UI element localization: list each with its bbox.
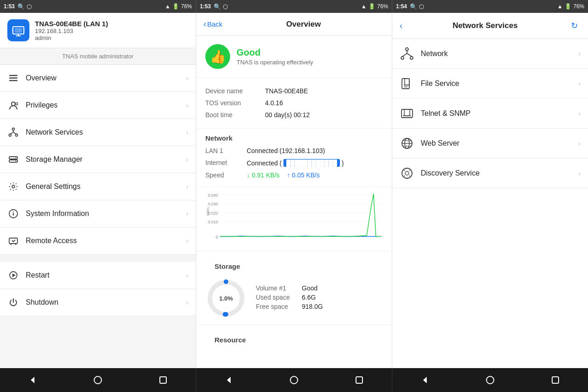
privileges-chevron: › xyxy=(186,102,188,109)
sidebar-item-storage-manager[interactable]: Storage Manager › xyxy=(0,146,196,173)
nav-list: Overview › Privileges › xyxy=(0,65,196,368)
device-header: TNAS-00E4BE (LAN 1) 192.168.1.103 admin xyxy=(0,13,196,48)
status-sub-text: TNAS is operating effectively xyxy=(237,59,313,66)
media-icon-left: ⬡ xyxy=(27,3,32,10)
device-info: TNAS-00E4BE (LAN 1) 192.168.1.103 admin xyxy=(35,20,108,41)
svg-rect-4 xyxy=(9,75,17,76)
overview-status-section: 👍 Good TNAS is operating effectively xyxy=(196,36,392,78)
svg-point-44 xyxy=(410,57,413,59)
svg-point-18 xyxy=(16,161,17,162)
network-section: Network LAN 1 Connected (192.168.1.103) … xyxy=(196,129,392,187)
sidebar-item-general-settings[interactable]: General Settings › xyxy=(0,173,196,200)
info-row-tos: TOS version 4.0.16 xyxy=(205,97,383,109)
file-service-icon xyxy=(400,76,414,91)
sidebar-item-system-information[interactable]: System Information › xyxy=(0,200,196,227)
sidebar-item-overview[interactable]: Overview › xyxy=(0,65,196,92)
svg-point-60 xyxy=(402,168,412,178)
back-nav-left[interactable] xyxy=(23,371,42,389)
service-item-telnet[interactable]: Telnet & SNMP › xyxy=(392,99,588,129)
boot-value: 00 day(s) 00:12 xyxy=(265,111,310,119)
svg-rect-64 xyxy=(160,377,166,383)
internet-row: Internet Connected (████████████) xyxy=(205,157,383,169)
status-bar-left: 1:53 🔍 ⬡ ▲ 🔋 76% xyxy=(0,0,196,13)
internet-label: Internet xyxy=(205,159,247,167)
svg-point-66 xyxy=(290,376,298,384)
svg-point-61 xyxy=(405,171,409,175)
status-text-container: Good TNAS is operating effectively xyxy=(237,47,313,66)
used-space-label: Used space xyxy=(256,294,297,301)
svg-line-46 xyxy=(402,53,407,57)
home-nav-middle[interactable] xyxy=(285,371,303,389)
device-name: TNAS-00E4BE (LAN 1) xyxy=(35,20,108,28)
device-name-label: Device name xyxy=(205,87,265,95)
svg-rect-49 xyxy=(405,79,409,85)
media-icon-right: ⬡ xyxy=(419,3,424,10)
volume-row: Volume #1 Good xyxy=(256,284,323,292)
overview-back-button[interactable]: ‹ Back xyxy=(204,19,222,29)
device-name-value: TNAS-00E4BE xyxy=(265,87,308,95)
back-nav-middle[interactable] xyxy=(220,371,238,389)
sidebar-item-restart[interactable]: Restart › xyxy=(0,262,196,289)
overview-icon xyxy=(7,72,19,84)
home-nav-left[interactable] xyxy=(89,371,107,389)
recent-nav-middle[interactable] xyxy=(350,371,368,389)
svg-marker-65 xyxy=(227,377,231,383)
network-arrow: › xyxy=(578,50,581,57)
web-server-icon xyxy=(400,136,414,151)
recent-nav-right[interactable] xyxy=(546,371,565,389)
service-label-telnet: Telnet & SNMP xyxy=(421,109,572,118)
general-settings-icon xyxy=(7,181,19,193)
svg-rect-23 xyxy=(9,238,17,244)
resource-title: Resource xyxy=(205,330,383,347)
sysinfo-chevron: › xyxy=(186,210,188,217)
status-icons-right: ▲ 🔋 76% xyxy=(557,3,584,10)
volume-value: Good xyxy=(302,284,317,292)
refresh-button[interactable]: ↻ xyxy=(568,19,581,32)
donut-label: 1.0% xyxy=(219,295,233,302)
service-item-file-service[interactable]: File Service › xyxy=(392,69,588,99)
overview-title: Overview xyxy=(222,20,384,29)
service-item-network[interactable]: Network › xyxy=(392,39,588,69)
svg-line-47 xyxy=(407,53,412,57)
time-right: 1:54 xyxy=(396,3,407,10)
sidebar-item-remote-access[interactable]: Remote Access › xyxy=(0,227,196,255)
boot-label: Boot time xyxy=(205,111,265,119)
svg-point-17 xyxy=(16,158,17,159)
network-service-icon xyxy=(400,46,414,61)
home-nav-right[interactable] xyxy=(481,371,499,389)
storage-content: 1.0% Volume #1 Good Used space 6.6G Free… xyxy=(205,278,383,319)
svg-point-8 xyxy=(16,103,18,105)
network-services-title: Network Services xyxy=(402,21,568,30)
sidebar-item-privileges[interactable]: Privileges › xyxy=(0,92,196,119)
svg-marker-62 xyxy=(31,377,34,383)
service-item-web-server[interactable]: Web Server › xyxy=(392,129,588,159)
battery-pct-right: 76% xyxy=(573,3,584,10)
network-rows: LAN 1 Connected (192.168.1.103) Internet… xyxy=(196,145,392,187)
status-icons-left: ▲ 🔋 76% xyxy=(165,3,192,10)
network-services-icon xyxy=(7,126,19,138)
shutdown-chevron: › xyxy=(186,299,188,306)
nav-bars xyxy=(0,368,588,392)
internet-value: Connected (████████████) xyxy=(247,159,344,167)
main-area: TNAS-00E4BE (LAN 1) 192.168.1.103 admin … xyxy=(0,13,588,368)
svg-point-63 xyxy=(94,376,102,384)
wifi-icon-left: ▲ xyxy=(165,3,170,10)
system-info-icon xyxy=(7,208,19,220)
storage-chevron: › xyxy=(186,156,188,163)
sidebar-item-shutdown[interactable]: Shutdown › xyxy=(0,289,196,316)
donut-chart: 1.0% xyxy=(205,278,247,319)
svg-marker-27 xyxy=(12,273,16,277)
service-item-discovery[interactable]: Discovery Service › xyxy=(392,159,588,188)
status-bar-right: 1:54 🔍 ⬡ ▲ 🔋 76% xyxy=(392,0,588,13)
recent-nav-left[interactable] xyxy=(154,371,172,389)
sidebar-item-network-services[interactable]: Network Services › xyxy=(0,119,196,146)
battery-left: 🔋 xyxy=(172,3,179,10)
back-nav-right[interactable] xyxy=(416,371,434,389)
svg-line-14 xyxy=(13,132,17,134)
svg-point-7 xyxy=(11,102,15,106)
wifi-icon-middle: ▲ xyxy=(361,3,367,10)
storage-section: Storage 1.0% Volume #1 Good xyxy=(196,251,392,325)
shutdown-icon xyxy=(7,296,19,308)
sidebar-item-label-remote: Remote Access xyxy=(26,237,180,245)
network-services-chevron: › xyxy=(186,129,188,136)
